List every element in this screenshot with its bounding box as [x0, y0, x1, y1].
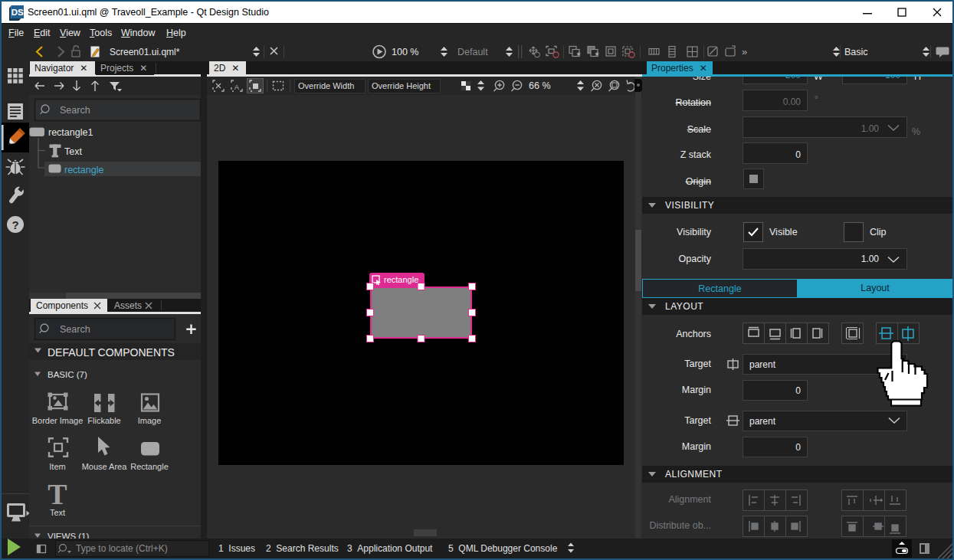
svg-text:Assets: Assets — [114, 300, 142, 311]
svg-text:★: ★ — [576, 51, 582, 57]
svg-text:★: ★ — [595, 51, 600, 57]
svg-text:rectangle1: rectangle1 — [48, 127, 93, 138]
svg-text:3 Application Output: 3 Application Output — [347, 543, 433, 554]
svg-text:DEFAULT COMPONENTS: DEFAULT COMPONENTS — [48, 346, 175, 359]
svg-text:?: ? — [11, 218, 18, 231]
svg-text:Mouse Area: Mouse Area — [82, 462, 128, 471]
svg-text:Search: Search — [60, 324, 90, 335]
svg-text:Basic: Basic — [844, 47, 868, 57]
svg-text:Rectangle: Rectangle — [130, 462, 169, 471]
svg-text:A: A — [234, 83, 240, 91]
svg-text:T: T — [48, 478, 67, 510]
svg-text:VIEWS (1): VIEWS (1) — [48, 532, 89, 539]
svg-text:5 QML Debugger Console: 5 QML Debugger Console — [448, 543, 558, 554]
svg-text:100 %: 100 % — [392, 47, 418, 57]
svg-text:Text: Text — [64, 146, 82, 157]
svg-text:»: » — [742, 46, 747, 57]
svg-text:66 %: 66 % — [529, 80, 551, 91]
svg-text:Screen01.ui.qml*: Screen01.ui.qml* — [110, 47, 180, 57]
svg-text:BASIC (7): BASIC (7) — [48, 370, 87, 379]
svg-text:Default: Default — [457, 47, 488, 57]
svg-text:DS: DS — [11, 8, 24, 17]
svg-text:Text: Text — [50, 508, 65, 517]
svg-text:Item: Item — [49, 462, 65, 471]
svg-text:Type to locate (Ctrl+K): Type to locate (Ctrl+K) — [76, 543, 168, 554]
svg-text:1 Issues: 1 Issues — [218, 543, 255, 554]
svg-text:Border Image: Border Image — [32, 416, 84, 425]
svg-text:Override Height: Override Height — [372, 81, 431, 90]
svg-text:Image: Image — [138, 416, 162, 425]
svg-text:Search: Search — [60, 105, 90, 116]
svg-text:Components: Components — [36, 300, 88, 311]
svg-text:2 Search Results: 2 Search Results — [266, 543, 339, 554]
svg-text:Flickable: Flickable — [87, 416, 120, 425]
svg-text:rectangle: rectangle — [64, 165, 103, 175]
svg-text:Override Width: Override Width — [298, 81, 354, 90]
